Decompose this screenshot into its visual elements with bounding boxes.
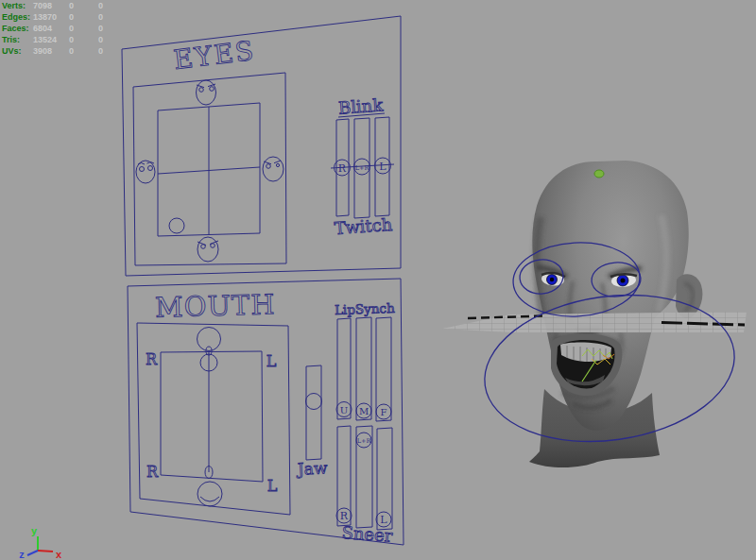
hud-row: Tris: 13524 0 0: [0, 34, 142, 45]
lipsynch-handle-f[interactable]: F: [376, 404, 391, 419]
hud-col2: 0: [69, 24, 74, 33]
axis-z-label: z: [19, 549, 25, 560]
blink-handle-l-label: L: [379, 161, 387, 173]
hud-value: 13870: [33, 12, 57, 22]
sneer-handle-l-label: L: [380, 514, 387, 526]
hud-col3: 0: [98, 1, 103, 10]
sneer-handle-r-label: R: [340, 510, 349, 522]
mouth-panel: MOUTH R L R L Jaw LipSynch U: [128, 279, 404, 546]
view-axis-indicator: y z x: [19, 525, 62, 560]
lipsynch-label: LipSynch: [335, 300, 396, 317]
hud-col3: 0: [98, 12, 103, 22]
face-icon-left: [136, 161, 155, 183]
jaw-label: Jaw: [295, 458, 328, 479]
selected-vertex-marker: [594, 170, 604, 178]
axis-x-label: x: [56, 549, 62, 560]
hud-row: Faces: 6804 0 0: [0, 23, 142, 34]
hud-col3: 0: [98, 46, 103, 56]
hud-label: Faces:: [2, 24, 29, 33]
eyes-title: EYES: [172, 35, 257, 76]
hud-stats: Verts: 7098 0 0 Edges: 13870 0 0 Faces: …: [0, 0, 142, 57]
mouth-corner-label-tl: R: [146, 350, 158, 368]
hud-col2: 0: [69, 35, 74, 44]
eyes-inner-border: [133, 73, 286, 265]
axis-y-label: y: [31, 525, 38, 536]
ear: [676, 274, 702, 317]
blink-handle-lr-label: L+R: [355, 164, 370, 172]
left-eye-pupil: [550, 278, 554, 281]
viewport[interactable]: EYES Blink: [0, 0, 756, 560]
eyes-position-handle[interactable]: [169, 218, 184, 233]
jaw-track: [306, 365, 321, 460]
mouth-corner-label-br: L: [267, 477, 278, 495]
sneer-handle-r[interactable]: R: [336, 508, 352, 523]
lipsynch-handle-u-label: U: [340, 405, 348, 416]
hud-label: UVs:: [2, 46, 22, 56]
hud-col2: 0: [69, 1, 74, 10]
lipsynch-handle-m[interactable]: M: [356, 403, 371, 418]
blink-handle-r-label: R: [338, 162, 347, 175]
face-icon-right: [263, 157, 284, 181]
blink-handle-lr[interactable]: L+R: [354, 159, 370, 175]
right-eye-pupil: [621, 279, 626, 283]
hud-col2: 0: [69, 46, 74, 56]
hud-col3: 0: [98, 35, 103, 44]
hud-value: 6804: [33, 24, 52, 33]
mouth-corner-label-bl: R: [146, 463, 159, 481]
hud-col3: 0: [98, 24, 103, 33]
jaw-handle[interactable]: [306, 394, 322, 410]
hud-value: 13524: [33, 35, 57, 44]
lipsynch-track-f: [376, 317, 391, 421]
hud-row: Verts: 7098 0 0: [0, 0, 142, 11]
hud-label: Verts:: [2, 1, 26, 10]
hud-value: 3908: [33, 46, 52, 56]
hud-row: Edges: 13870 0 0: [0, 11, 142, 23]
hud-value: 7098: [33, 1, 52, 10]
twitch-label: Twitch: [334, 214, 393, 238]
mouth-title: MOUTH: [155, 288, 276, 323]
hud-row: UVs: 3908 0 0: [0, 45, 142, 57]
hud-col2: 0: [69, 12, 74, 22]
eyes-outer-border: [122, 16, 401, 276]
sneer-handle-lr-label: L+R: [357, 437, 372, 445]
mouth-lower-handle[interactable]: [198, 467, 222, 507]
sneer-handle-lr[interactable]: L+R: [356, 433, 371, 448]
eyes-panel: EYES Blink: [122, 16, 401, 276]
face-icon-down: [198, 237, 218, 262]
lipsynch-handle-m-label: M: [359, 406, 369, 416]
hud-label: Tris:: [2, 35, 20, 44]
hud-label: Edges:: [2, 12, 30, 22]
sneer-label: Sneer: [341, 522, 394, 546]
face-icon-up: [197, 80, 216, 105]
lipsynch-handle-f-label: F: [381, 407, 387, 417]
mouth-corner-label-tr: L: [266, 352, 277, 370]
lipsynch-handle-u[interactable]: U: [336, 402, 352, 417]
